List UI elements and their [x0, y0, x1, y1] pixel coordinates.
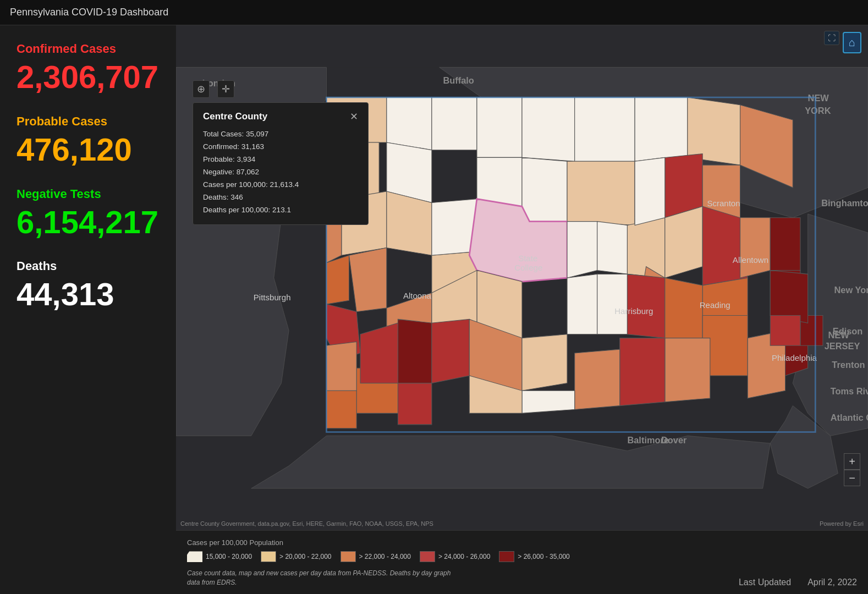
home-button[interactable]: ⌂ [843, 32, 861, 53]
county-york[interactable] [620, 338, 665, 406]
tooltip-header: Centre County ✕ [203, 111, 358, 123]
tooltip-body: Total Cases: 35,097 Confirmed: 31,163 Pr… [203, 128, 358, 217]
tooltip-total-cases-label: Total Cases: [203, 130, 244, 138]
county-union[interactable] [567, 222, 597, 278]
county-potter[interactable] [477, 97, 522, 157]
main-content: Confirmed Cases 2,306,707 Probable Cases… [0, 25, 868, 594]
app-title: Pennsylvania COVID-19 Dashboard [10, 7, 168, 18]
negative-tests-value: 6,154,217 [17, 205, 160, 240]
zoom-controls: + − [844, 453, 860, 486]
tooltip-negative-label: Negative: [203, 168, 234, 176]
zoom-out-button[interactable]: − [844, 470, 860, 486]
county-blair[interactable] [432, 319, 469, 383]
legend-item-3: > 22,000 - 24,000 [340, 551, 411, 562]
tooltip-confirmed-value: 31,163 [241, 142, 264, 151]
county-greene[interactable] [326, 391, 356, 428]
county-washington[interactable] [326, 342, 356, 391]
tooltip-negative-value: 87,062 [237, 168, 259, 176]
pan-icon[interactable]: ✛ [217, 80, 234, 98]
legend-footer: Cases per 100,000 Population 15,000 - 20… [176, 530, 868, 594]
left-panel: Confirmed Cases 2,306,707 Probable Cases… [0, 25, 176, 594]
county-juniata[interactable] [567, 274, 597, 334]
zoom-in-icon[interactable]: ⊕ [193, 80, 210, 98]
confirmed-cases-label: Confirmed Cases [17, 42, 160, 56]
tooltip-deaths-per-100k: Deaths per 100,000: 213.1 [203, 204, 358, 217]
legend-swatch-4 [420, 551, 435, 562]
county-mifflin[interactable] [522, 334, 567, 391]
negative-tests-block: Negative Tests 6,154,217 [17, 187, 160, 240]
tooltip-total-cases-value: 35,097 [246, 130, 268, 138]
county-tioga[interactable] [522, 97, 575, 161]
legend-item-5: > 26,000 - 35,000 [499, 551, 569, 562]
tooltip-cases-per-100k: Cases per 100,000: 21,613.4 [203, 179, 358, 191]
county-cambria[interactable] [398, 319, 432, 383]
tooltip-deaths-per-100k-label: Deaths per 100,000: [203, 206, 270, 214]
deaths-block: Deaths 44,313 [17, 259, 160, 312]
county-perry[interactable] [597, 274, 628, 334]
deaths-value: 44,313 [17, 277, 160, 312]
legend-range-2: > 20,000 - 22,000 [279, 553, 331, 560]
deaths-label: Deaths [17, 259, 160, 273]
last-updated-label: Last Updated [739, 578, 791, 587]
county-montgomery[interactable] [770, 316, 800, 346]
tooltip-confirmed: Confirmed: 31,163 [203, 141, 358, 153]
tooltip-probable-value: 3,934 [237, 155, 256, 163]
title-bar: Pennsylvania COVID-19 Dashboard [0, 0, 868, 25]
pa-map-svg[interactable]: Pittsburgh Altoona State College Harrisb… [176, 25, 868, 530]
tooltip-cases-per-100k-value: 21,613.4 [270, 180, 299, 189]
zoom-in-button[interactable]: + [844, 453, 860, 470]
county-carbon[interactable] [740, 218, 771, 278]
probable-cases-block: Probable Cases 476,120 [17, 114, 160, 167]
county-bradford[interactable] [575, 97, 635, 161]
probable-cases-label: Probable Cases [17, 114, 160, 129]
county-bucks[interactable] [770, 271, 807, 323]
county-lancaster[interactable] [665, 338, 710, 402]
tooltip-close-button[interactable]: ✕ [350, 111, 358, 123]
legend-title: Cases per 100,000 Population [187, 538, 857, 547]
county-fulton[interactable] [522, 391, 575, 413]
county-cameron[interactable] [477, 157, 522, 206]
tooltip-confirmed-label: Confirmed: [203, 142, 239, 151]
tooltip-deaths: Deaths: 346 [203, 191, 358, 204]
tooltip-deaths-per-100k-value: 213.1 [272, 206, 291, 214]
county-tooltip: Centre County ✕ Total Cases: 35,097 Conf… [193, 102, 369, 225]
tooltip-cases-per-100k-label: Cases per 100,000: [203, 180, 268, 189]
county-mckean[interactable] [432, 97, 477, 150]
county-columbia[interactable] [665, 206, 702, 278]
county-lawrence[interactable] [326, 255, 349, 304]
last-updated-block: Last Updated April 2, 2022 [739, 578, 857, 587]
legend-swatch-3 [340, 551, 356, 562]
county-adams[interactable] [575, 349, 620, 409]
footer-note: Case count data, map and new cases per d… [187, 569, 451, 587]
map-controls-bar: ⊕ ✛ [193, 80, 234, 98]
county-snyder[interactable] [597, 222, 628, 274]
tooltip-probable-label: Probable: [203, 155, 235, 163]
county-northampton[interactable] [770, 218, 800, 271]
county-lebanon[interactable] [665, 278, 702, 345]
county-warren[interactable] [387, 97, 432, 150]
last-updated-date: April 2, 2022 [807, 578, 857, 587]
expand-button[interactable]: ⛶ [824, 31, 839, 45]
tooltip-negative: Negative: 87,062 [203, 166, 358, 179]
legend-item-4: > 24,000 - 26,000 [420, 551, 490, 562]
county-dauphin[interactable] [627, 274, 664, 338]
legend-items: 15,000 - 20,000 > 20,000 - 22,000 > 22,0… [187, 551, 857, 562]
county-susquehanna[interactable] [635, 97, 688, 161]
map-container[interactable]: ⊕ ✛ Centre County ✕ Total Cases: 35,097 … [176, 25, 868, 530]
footer-row: Case count data, map and new cases per d… [187, 569, 857, 587]
legend-range-4: > 24,000 - 26,000 [438, 553, 490, 560]
tooltip-total-cases: Total Cases: 35,097 [203, 128, 358, 141]
county-lycoming[interactable] [567, 161, 635, 225]
confirmed-cases-value: 2,306,707 [17, 59, 160, 95]
right-panel: ⊕ ✛ Centre County ✕ Total Cases: 35,097 … [176, 25, 868, 594]
confirmed-cases-block: Confirmed Cases 2,306,707 [17, 42, 160, 95]
legend-swatch-2 [261, 551, 276, 562]
county-somerset[interactable] [398, 383, 432, 425]
county-clarion[interactable] [387, 191, 432, 255]
legend-range-1: 15,000 - 20,000 [206, 553, 252, 560]
tooltip-deaths-label: Deaths: [203, 193, 229, 201]
legend-item-1: 15,000 - 20,000 [187, 551, 252, 562]
legend-swatch-5 [499, 551, 514, 562]
county-sullivan[interactable] [635, 157, 665, 225]
county-clinton[interactable] [522, 157, 567, 221]
